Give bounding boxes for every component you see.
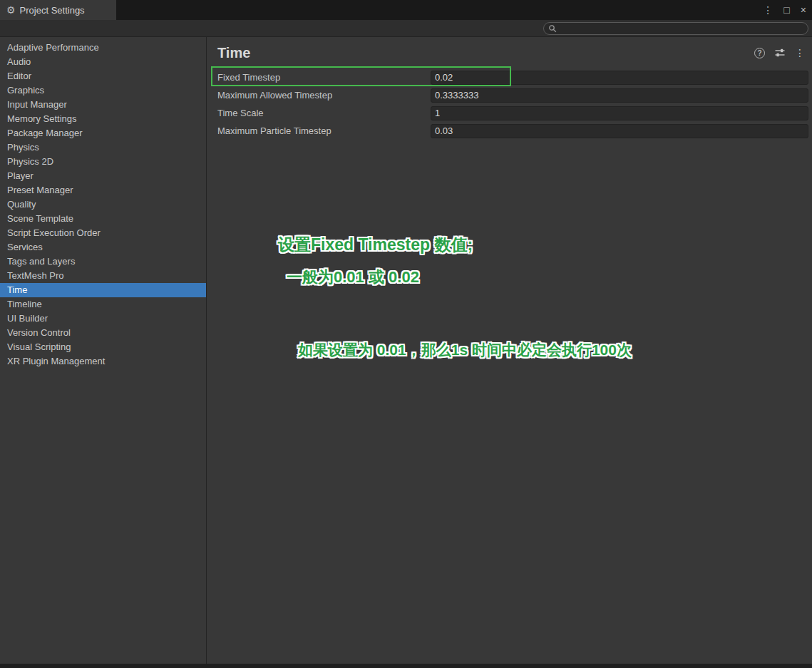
setting-row-time-scale: Time Scale: [207, 104, 808, 122]
panel-header-icons: ? ⋮: [754, 47, 805, 58]
toolbar: [0, 20, 812, 37]
sidebar-item-player[interactable]: Player: [0, 169, 206, 183]
settings-sidebar: Adaptive Performance Audio Editor Graphi…: [0, 37, 207, 664]
sidebar-item-version-control[interactable]: Version Control: [0, 326, 206, 340]
window-bottom-edge: [0, 664, 812, 668]
titlebar: ⚙ Project Settings ⋮ □ ×: [0, 0, 812, 20]
more-options-icon[interactable]: ⋮: [795, 48, 805, 58]
sidebar-item-graphics[interactable]: Graphics: [0, 83, 206, 98]
sidebar-item-editor[interactable]: Editor: [0, 69, 206, 83]
maximum-allowed-timestep-input[interactable]: [431, 88, 808, 103]
maximum-allowed-timestep-label: Maximum Allowed Timestep: [207, 90, 431, 101]
sidebar-item-physics[interactable]: Physics: [0, 140, 206, 155]
annotation-line-2: 一般为0.01 或 0.02: [287, 267, 419, 288]
time-scale-label: Time Scale: [207, 108, 431, 118]
sidebar-item-package-manager[interactable]: Package Manager: [0, 126, 206, 140]
annotation-line-1: 设置Fixed Timestep 数值;: [278, 234, 473, 256]
maximum-particle-timestep-input[interactable]: [431, 124, 808, 138]
fixed-timestep-label: Fixed Timestep: [207, 72, 431, 83]
sidebar-item-scene-template[interactable]: Scene Template: [0, 212, 206, 226]
sidebar-item-ui-builder[interactable]: UI Builder: [0, 312, 206, 326]
sidebar-item-time[interactable]: Time: [0, 283, 206, 297]
panel-header: Time ? ⋮: [207, 37, 812, 68]
sidebar-item-preset-manager[interactable]: Preset Manager: [0, 183, 206, 197]
sidebar-item-textmesh-pro[interactable]: TextMesh Pro: [0, 269, 206, 283]
maximum-particle-timestep-label: Maximum Particle Timestep: [207, 125, 431, 136]
sidebar-item-physics-2d[interactable]: Physics 2D: [0, 155, 206, 169]
sidebar-item-memory-settings[interactable]: Memory Settings: [0, 112, 206, 126]
sidebar-item-adaptive-performance[interactable]: Adaptive Performance: [0, 41, 206, 55]
page-title: Time: [217, 45, 754, 61]
help-icon[interactable]: ?: [754, 48, 765, 58]
sidebar-item-timeline[interactable]: Timeline: [0, 297, 206, 312]
close-icon[interactable]: ×: [801, 5, 806, 15]
maximize-icon[interactable]: □: [783, 5, 789, 15]
sidebar-item-audio[interactable]: Audio: [0, 55, 206, 69]
sidebar-item-services[interactable]: Services: [0, 240, 206, 255]
window-controls: ⋮ □ ×: [763, 0, 806, 20]
tab-project-settings[interactable]: ⚙ Project Settings: [0, 0, 116, 20]
presets-icon[interactable]: [774, 47, 786, 58]
window-title: Project Settings: [20, 5, 85, 16]
window-body: Adaptive Performance Audio Editor Graphi…: [0, 37, 812, 664]
gear-icon: ⚙: [6, 5, 16, 15]
sidebar-item-script-execution-order[interactable]: Script Execution Order: [0, 226, 206, 240]
sidebar-item-quality[interactable]: Quality: [0, 197, 206, 212]
annotation-line-3: 如果设置为 0.01，那么1s 时间中必定会执行100次: [298, 340, 632, 360]
search-box[interactable]: [543, 22, 808, 35]
setting-row-maximum-allowed-timestep: Maximum Allowed Timestep: [207, 86, 808, 104]
fixed-timestep-input[interactable]: [431, 71, 808, 85]
time-settings-panel: Time ? ⋮ Fixed Timestep: [207, 37, 812, 664]
sidebar-item-tags-and-layers[interactable]: Tags and Layers: [0, 255, 206, 269]
window-menu-icon[interactable]: ⋮: [763, 5, 773, 15]
search-input[interactable]: [560, 24, 803, 34]
search-icon: [548, 24, 557, 33]
time-scale-input[interactable]: [431, 106, 808, 120]
project-settings-window: ⚙ Project Settings ⋮ □ × Adaptive Perfor…: [0, 0, 812, 668]
sidebar-item-visual-scripting[interactable]: Visual Scripting: [0, 340, 206, 354]
setting-row-maximum-particle-timestep: Maximum Particle Timestep: [207, 122, 808, 140]
settings-rows: Fixed Timestep Maximum Allowed Timestep …: [207, 68, 812, 140]
sidebar-item-xr-plugin-management[interactable]: XR Plugin Management: [0, 354, 206, 369]
setting-row-fixed-timestep: Fixed Timestep: [207, 68, 808, 86]
sidebar-item-input-manager[interactable]: Input Manager: [0, 98, 206, 112]
